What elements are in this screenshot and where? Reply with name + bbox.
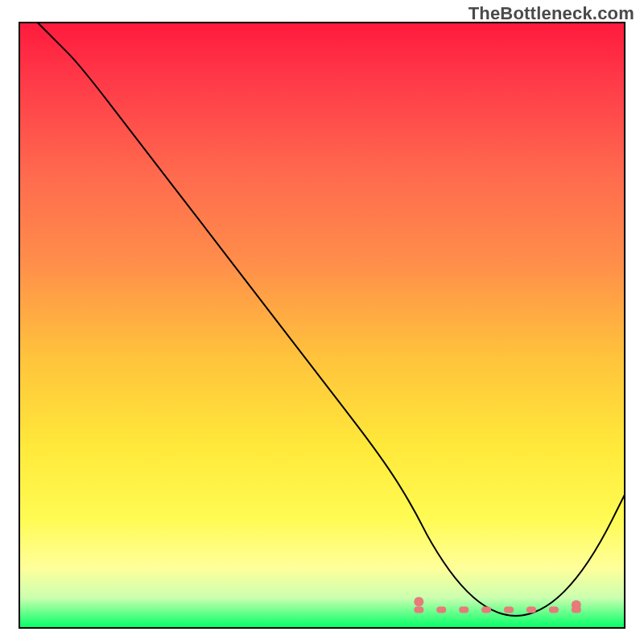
marker-dash (459, 606, 469, 613)
marker-dash (436, 606, 446, 613)
plot-background (19, 23, 625, 628)
marker-dash (481, 606, 491, 613)
plot-area (19, 23, 625, 628)
marker-dash (414, 606, 423, 613)
marker-dash (549, 606, 559, 613)
marker-dot (414, 597, 423, 606)
marker-dash (572, 606, 581, 613)
bottleneck-chart (0, 0, 644, 644)
marker-dash (504, 606, 514, 613)
marker-dash (526, 606, 536, 613)
watermark-text: TheBottleneck.com (469, 3, 634, 24)
